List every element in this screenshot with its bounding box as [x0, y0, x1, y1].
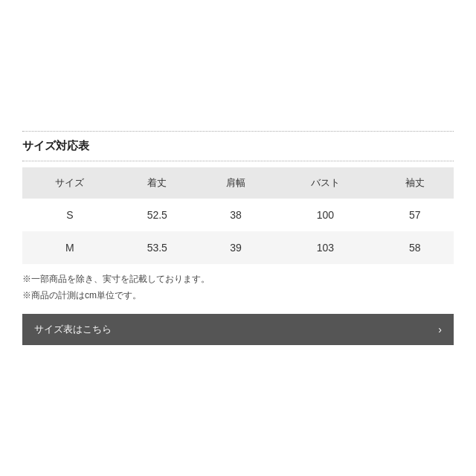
- cell-shoulder-m: 39: [197, 231, 274, 264]
- cell-bust-m: 103: [274, 231, 376, 264]
- table-row: M 53.5 39 103 58: [22, 231, 454, 264]
- col-header-size: サイズ: [22, 167, 118, 199]
- col-header-shoulder: 肩幅: [197, 167, 274, 199]
- col-header-sleeve: 袖丈: [376, 167, 454, 199]
- table-header-row: サイズ 着丈 肩幅 バスト 袖丈: [22, 167, 454, 199]
- col-header-bust: バスト: [274, 167, 376, 199]
- cell-shoulder-s: 38: [197, 199, 274, 231]
- col-header-length: 着丈: [118, 167, 197, 199]
- notes-section: ※一部商品を除き、実寸を記載しております。 ※商品の計測はcm単位です。: [22, 271, 454, 303]
- size-chart-section: サイズ対応表 サイズ 着丈 肩幅 バスト 袖丈 S 52.5 38 100 57…: [22, 116, 454, 360]
- chevron-right-icon: ›: [438, 324, 442, 335]
- cell-size-s: S: [22, 199, 118, 231]
- table-row: S 52.5 38 100 57: [22, 199, 454, 231]
- cell-size-m: M: [22, 231, 118, 264]
- cell-length-s: 52.5: [118, 199, 197, 231]
- cell-sleeve-s: 57: [376, 199, 454, 231]
- cell-length-m: 53.5: [118, 231, 197, 264]
- note-line-2: ※商品の計測はcm単位です。: [22, 288, 454, 304]
- size-chart-button[interactable]: サイズ表はこちら ›: [22, 314, 454, 345]
- size-chart-button-label: サイズ表はこちら: [34, 323, 112, 336]
- note-line-1: ※一部商品を除き、実寸を記載しております。: [22, 271, 454, 288]
- section-title: サイズ対応表: [22, 131, 454, 161]
- cell-bust-s: 100: [274, 199, 376, 231]
- size-table: サイズ 着丈 肩幅 バスト 袖丈 S 52.5 38 100 57 M 53.5…: [22, 167, 454, 264]
- cell-sleeve-m: 58: [376, 231, 454, 264]
